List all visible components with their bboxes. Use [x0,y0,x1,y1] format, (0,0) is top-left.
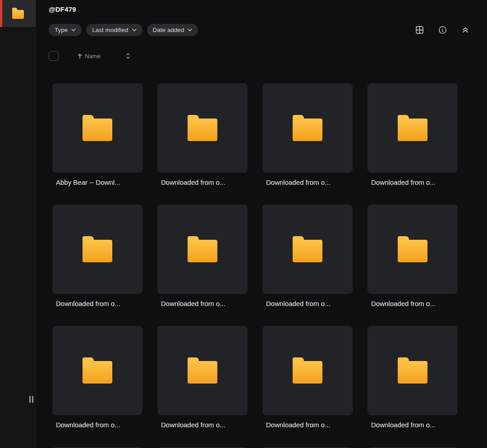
folder-icon [398,119,427,141]
select-all-checkbox[interactable] [49,51,59,61]
folder-name: Downloaded from o... [266,178,353,186]
file-grid: Abby Bear -- Downl... Downloaded from o.… [52,83,487,448]
folder-card-tile [368,326,458,415]
filter-chip-type[interactable]: Type [49,24,82,36]
folder-name: Downloaded from o... [56,300,142,307]
main-content: @DF479 Type Last modified Date added [36,0,487,448]
chevron-down-icon [132,28,137,32]
page-header: @DF479 [49,0,487,14]
folder-card[interactable]: Downloaded from o... [157,205,248,309]
folder-icon [12,10,24,19]
folder-icon [293,119,322,141]
folder-card[interactable]: Downloaded from o... [52,326,142,430]
folder-name: Downloaded from o... [266,421,353,429]
folder-card[interactable]: Downloaded from o... [368,205,458,309]
grip-bar [29,396,31,403]
folder-card-tile [262,326,353,415]
folder-icon [188,240,217,262]
folder-icon [398,240,427,262]
folder-card[interactable]: Downloaded from o... [52,205,142,309]
folder-name: Downloaded from o... [371,178,458,186]
folder-card[interactable]: Downloaded from o... [262,326,353,430]
grip-bar [32,396,33,403]
collapse-up-icon [461,25,470,34]
folder-card[interactable]: Downloaded from o... [368,326,458,430]
folder-card-tile [262,83,353,173]
page-title: @DF479 [49,5,487,13]
sidebar-resize-handle[interactable] [28,395,34,404]
folder-name: Downloaded from o... [266,300,353,307]
folder-name: Abby Bear -- Downl... [56,178,142,186]
toolbar: Type Last modified Date added [49,23,487,36]
sort-label: Name [85,53,101,59]
app-window: @DF479 Type Last modified Date added [0,0,487,448]
folder-card[interactable]: Downloaded from o... [368,83,458,187]
folder-card-tile [368,205,458,294]
folder-icon [293,361,322,384]
folder-card-tile [52,205,142,294]
list-controls: Name [49,51,487,61]
filter-chip-label: Date added [153,27,184,33]
info-button[interactable] [437,24,448,36]
folder-icon [83,240,112,262]
folder-name: Downloaded from o... [56,421,142,429]
sort-by-name-button[interactable]: Name [77,53,101,59]
unfold-icon [125,52,131,60]
folder-name: Downloaded from o... [371,300,458,307]
folder-card[interactable]: Downloaded from o... [157,83,248,187]
toolbar-actions [414,24,471,36]
folder-icon [188,119,217,141]
folder-card-tile [157,83,248,173]
grid-view-button[interactable] [414,24,425,36]
folder-card-tile [52,83,142,173]
filter-chip-label: Last modified [92,27,128,33]
sidebar-item-folders[interactable] [0,0,36,27]
folder-icon [83,361,112,384]
folder-icon [293,240,322,262]
folder-card[interactable]: Downloaded from o... [262,83,353,187]
filter-chip-last-modified[interactable]: Last modified [86,24,142,36]
chevron-down-icon [188,28,192,32]
folder-card-tile [262,205,353,294]
folder-card[interactable]: Downloaded from o... [157,326,248,430]
info-icon [438,25,447,35]
folder-card-tile [157,205,248,294]
arrow-up-icon [77,53,83,59]
folder-icon [83,119,112,141]
filter-chip-label: Type [55,27,68,33]
folder-card-tile [368,83,458,173]
folder-card-tile [52,326,142,415]
collapse-up-button[interactable] [460,24,471,35]
sort-direction-toggle[interactable] [124,51,132,61]
grid-view-icon [415,25,424,35]
filter-chip-date-added[interactable]: Date added [147,24,198,36]
folder-name: Downloaded from o... [161,178,248,186]
filter-chips: Type Last modified Date added [49,24,198,36]
folder-card[interactable]: Abby Bear -- Downl... [52,83,142,187]
folder-icon [398,361,427,384]
chevron-down-icon [71,28,76,32]
folder-name: Downloaded from o... [161,300,248,307]
folder-name: Downloaded from o... [161,421,248,429]
folder-card[interactable]: Downloaded from o... [262,205,353,309]
folder-icon [188,361,217,384]
folder-name: Downloaded from o... [371,421,458,429]
sidebar [0,0,36,448]
active-indicator [0,0,2,27]
folder-card-tile [157,326,248,415]
